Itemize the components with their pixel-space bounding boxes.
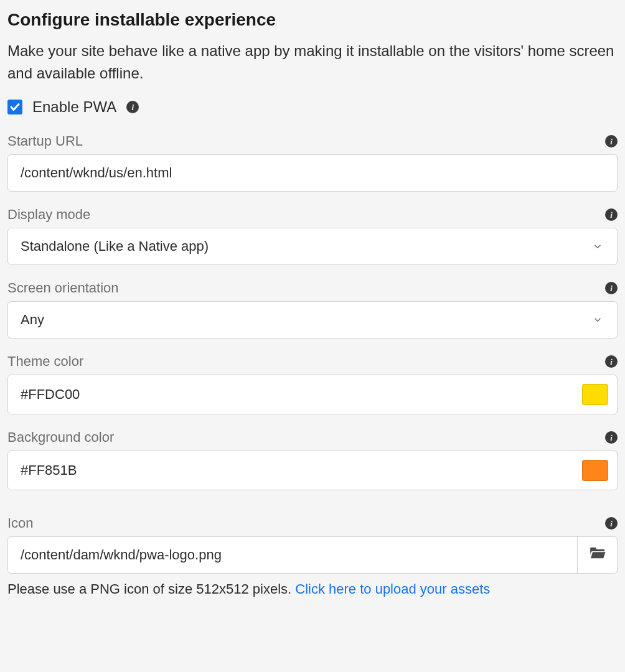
browse-button[interactable] — [577, 537, 617, 573]
background-color-value: #FF851B — [21, 462, 582, 478]
startup-url-input[interactable]: /content/wknd/us/en.html — [7, 154, 618, 192]
folder-open-icon — [588, 544, 607, 566]
display-mode-field: Display mode i Standalone (Like a Native… — [7, 207, 618, 265]
info-icon[interactable]: i — [605, 135, 618, 147]
icon-field: Icon i /content/dam/wknd/pwa-logo.png Pl… — [7, 515, 618, 597]
startup-url-field: Startup URL i /content/wknd/us/en.html — [7, 133, 618, 192]
section-description: Make your site behave like a native app … — [7, 40, 618, 85]
background-color-swatch[interactable] — [582, 460, 608, 481]
info-icon[interactable]: i — [605, 282, 618, 294]
info-icon[interactable]: i — [605, 517, 618, 530]
info-icon[interactable]: i — [126, 101, 139, 113]
upload-assets-link[interactable]: Click here to upload your assets — [295, 581, 490, 597]
chevron-down-icon — [591, 240, 604, 253]
screen-orientation-value: Any — [21, 312, 591, 328]
background-color-input[interactable]: #FF851B — [7, 450, 618, 490]
theme-color-input[interactable]: #FFDC00 — [7, 375, 618, 414]
icon-label: Icon — [7, 515, 34, 531]
display-mode-value: Standalone (Like a Native app) — [21, 238, 591, 254]
icon-path-value: /content/dam/wknd/pwa-logo.png — [8, 537, 577, 573]
startup-url-label: Startup URL — [7, 133, 83, 149]
display-mode-select[interactable]: Standalone (Like a Native app) — [7, 228, 618, 265]
enable-pwa-checkbox[interactable] — [7, 100, 22, 114]
theme-color-field: Theme color i #FFDC00 — [7, 353, 618, 414]
icon-hint: Please use a PNG icon of size 512x512 pi… — [7, 581, 618, 597]
display-mode-label: Display mode — [7, 207, 90, 223]
info-icon[interactable]: i — [605, 208, 618, 221]
info-icon[interactable]: i — [605, 355, 618, 368]
theme-color-swatch[interactable] — [582, 384, 608, 405]
screen-orientation-label: Screen orientation — [7, 280, 119, 296]
chevron-down-icon — [591, 313, 604, 327]
icon-path-input[interactable]: /content/dam/wknd/pwa-logo.png — [7, 536, 618, 574]
section-title: Configure installable experience — [7, 10, 618, 30]
screen-orientation-field: Screen orientation i Any — [7, 280, 618, 338]
icon-hint-text: Please use a PNG icon of size 512x512 pi… — [7, 581, 295, 597]
enable-pwa-row: Enable PWA i — [7, 98, 618, 116]
theme-color-value: #FFDC00 — [21, 386, 582, 403]
theme-color-label: Theme color — [7, 353, 83, 370]
screen-orientation-select[interactable]: Any — [7, 301, 618, 338]
enable-pwa-label: Enable PWA — [32, 98, 116, 116]
startup-url-value: /content/wknd/us/en.html — [21, 165, 172, 181]
background-color-label: Background color — [7, 429, 114, 446]
background-color-field: Background color i #FF851B — [7, 429, 618, 490]
info-icon[interactable]: i — [605, 431, 618, 444]
